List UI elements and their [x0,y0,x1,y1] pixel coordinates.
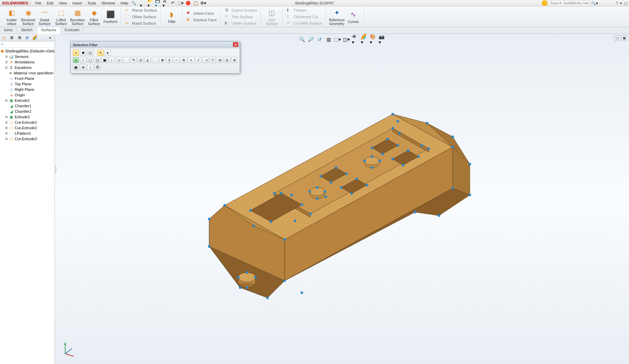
open-icon[interactable]: 📂▾ [147,0,153,6]
filter-point-icon[interactable]: · [123,57,129,63]
filled-surface-button[interactable]: ◆Filled Surface [86,8,102,26]
restore-icon[interactable]: ▢ [624,1,628,5]
filter-toggle-icon[interactable]: ▿ [73,50,79,56]
menu-tools[interactable]: Tools [85,0,99,6]
tab-features[interactable]: tures [0,27,17,34]
minimize-icon[interactable]: ▾ [620,1,622,5]
graphics-viewport[interactable]: ▢ ▦ 🔍 🔎 ↺ ▥ ⬚▾ ◫▾ 👁▾ 🌈▾ 🎨▾ 📷▾ [55,34,629,364]
untrim-surface-button[interactable]: ◧Untrim Surface [223,20,259,26]
filter-gtol-icon[interactable]: ⌖ [188,57,194,63]
menu-window[interactable]: Window [99,0,118,6]
menu-insert[interactable]: Insert [70,0,85,6]
filter-sketch-icon[interactable]: ✎ [130,57,137,63]
filter-centerline-icon[interactable]: ┼ [166,57,173,63]
tree-tab-property-icon[interactable]: 🗎 [9,35,15,41]
tree-tab-config-icon[interactable]: ⚙ [16,35,23,41]
curves-button[interactable]: ∿Curves [345,10,361,24]
tree-front-plane[interactable]: ◇Front Plane [0,76,55,81]
filter-face-icon[interactable]: ▢ [87,57,93,63]
offset-surface-button[interactable]: ⬚Offset Surface [124,14,158,20]
filter-block-icon[interactable]: ▦ [73,64,79,70]
search-go-icon[interactable]: 🔍▾ [591,1,598,5]
filter-cursor-icon[interactable]: ↖ [97,50,104,56]
new-icon[interactable]: 📄▾ [140,0,145,6]
filter-vertex-icon[interactable]: • [73,57,79,63]
tree-material[interactable]: ≡Material <not specified> [0,70,55,76]
help-toggle-icon[interactable]: ? [616,1,618,5]
help-icon[interactable]: 🔍 [131,0,137,6]
filter-dtarget-icon[interactable]: ⊘ [217,57,223,63]
tree-tab-feature-icon[interactable]: 🗀 [1,35,8,41]
tree-feature-cutextrude2[interactable]: ⊞▢Cut-Extrude2 [0,125,55,131]
filter-sketchpoint-icon[interactable]: ⊙ [138,57,144,63]
tree-feature-chamfer1[interactable]: ◢Chamfer1 [0,103,55,109]
swept-surface-button[interactable]: 〰Swept Surface [36,8,53,26]
filter-dowel-icon[interactable]: ⦿ [94,64,100,70]
tab-surfaces[interactable]: Surfaces [37,27,60,34]
filter-dimension-icon[interactable]: ↔ [174,57,180,63]
filter-midpoint-icon[interactable]: ⋅ [152,57,158,63]
menu-help[interactable]: Help [118,0,131,6]
tree-feature-chamfer2[interactable]: ◢Chamfer2 [0,109,55,114]
tree-expand-icon[interactable]: » [47,35,53,41]
selection-filter-titlebar[interactable]: Selection Filter ✕ [71,41,240,48]
fillet-button[interactable]: ◗Fillet [164,10,180,24]
menu-view[interactable]: View [56,0,70,6]
tree-equations[interactable]: ⊞ΣEquations [0,65,55,70]
rebuild-icon[interactable]: 🔴 [185,0,191,6]
tree-feature-extrude2[interactable]: ⊞▣Extrude2 [0,114,55,120]
ruled-surface-button[interactable]: ▭Ruled Surface [124,20,158,26]
tree-top-plane[interactable]: ◇Top Plane [0,81,55,87]
options-icon[interactable]: 📋 [193,0,198,6]
filter-clear-icon[interactable]: ✖ [80,50,86,56]
tree-annotations[interactable]: ⊞AAnnotations [0,59,55,65]
filter-solid-icon[interactable]: ▣ [102,57,108,63]
menu-edit[interactable]: Edit [44,0,56,6]
freeform-button[interactable]: ⬛Freeform [102,10,119,24]
tree-sensors[interactable]: ⊞📊Sensors [0,54,55,59]
filter-select-all-icon[interactable]: ☑ [87,50,93,56]
filter-balloon-icon[interactable]: ① [224,57,230,63]
undo-icon[interactable]: ↶ [170,0,176,6]
trim-surface-button[interactable]: ✂Trim Surface [223,14,259,20]
filter-edge-icon[interactable]: / [80,57,86,63]
delete-face-button[interactable]: ✖Delete Face [185,10,218,16]
tree-tab-appearance-icon[interactable]: 🌈 [32,35,38,41]
filter-connpoint-icon[interactable]: ⊛ [80,64,86,70]
tree-tab-dim-icon[interactable]: ⊕ [24,35,30,41]
thicken-button[interactable]: ▮Thicken [285,7,323,13]
tree-root[interactable]: ⬢Shelling&Ribs (Default<<Defau [0,48,55,54]
menu-file[interactable]: File [33,0,44,6]
close-icon[interactable]: ✕ [233,42,238,47]
tree-right-plane[interactable]: ◇Right Plane [0,87,55,92]
select-icon[interactable]: ⬚▾ [178,0,183,6]
tab-evaluate[interactable]: Evaluate [61,27,84,34]
filter-axis-icon[interactable]: ↕ [109,57,115,63]
filter-plane-icon[interactable]: ◇ [116,57,122,63]
lofted-surface-button[interactable]: ⬚Lofted Surface [53,8,69,26]
revolved-surface-button[interactable]: ◉Revolved Surface [20,8,36,26]
save-icon[interactable]: 💾▾ [155,0,161,6]
extruded-surface-button[interactable]: ◧truded urface [3,8,20,26]
boundary-surface-button[interactable]: ▦Boundary Surface [69,8,86,26]
print-icon[interactable]: 🖨▾ [163,0,168,6]
filter-surface-icon[interactable]: ◫ [94,57,100,63]
replace-face-button[interactable]: ◐Replace Face [185,17,218,23]
selection-filter-window[interactable]: Selection Filter ✕ ▿ ✖ ☑ ↖ ▾ • / ▢ ◫ ▣ ↕… [70,41,240,74]
planar-surface-button[interactable]: ▱Planar Surface [124,7,158,13]
tree-feature-cutextrude3[interactable]: ⊞▢Cut-Extrude3 [0,136,55,142]
filter-centermark-icon[interactable]: ⊕ [159,57,165,63]
filter-cosmetic-icon[interactable]: ⊖ [231,57,237,63]
filter-sfinish-icon[interactable]: √ [195,57,201,63]
filter-weld-icon[interactable]: ⩘ [202,57,209,63]
reference-geometry-button[interactable]: ✦Reference Geometry [329,8,345,26]
extend-surface-button[interactable]: ◨Extend Surface [223,7,259,13]
tree-origin[interactable]: ↳Origin [0,92,55,98]
filter-datum-icon[interactable]: ▽ [210,57,216,63]
knit-surface-button[interactable]: ◫Knit Surface [264,8,280,26]
filter-routepoint-icon[interactable]: ⟟ [87,64,93,70]
cut-with-surface-button[interactable]: ✂Cut With Surface [285,20,323,26]
filter-icon[interactable]: ▿ [1,42,3,47]
tree-feature-cutextrude1[interactable]: ⊞▢Cut-Extrude1 [0,120,55,125]
filter-note-icon[interactable]: A [181,57,187,63]
